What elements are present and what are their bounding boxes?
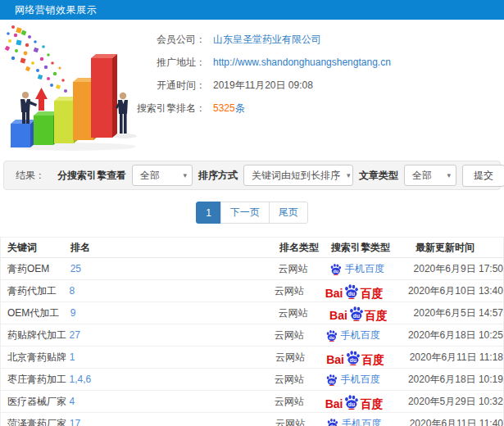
article-type-label: 文章类型 xyxy=(359,169,398,183)
header-rank-type: 排名类型 xyxy=(279,241,331,255)
rank-type-cell: 云网站 xyxy=(275,329,325,342)
engine-cell: du 百度 Bai du 百度 xyxy=(329,306,409,321)
result-label: 结果： xyxy=(16,169,45,183)
businessman-right xyxy=(116,93,128,134)
rank-link[interactable]: 9 xyxy=(70,307,279,319)
baidu-paw-icon: du xyxy=(326,418,338,426)
baidu-paw-icon: du xyxy=(345,350,361,365)
engine-select-value: 全部 xyxy=(140,169,160,183)
keyword-cell: 医疗器械厂家 xyxy=(1,395,70,409)
keyword-cell: 菏泽膏药厂家 xyxy=(1,417,70,426)
baidu-logo: Bai du 百度 xyxy=(325,283,384,299)
engine-cell: du 百度 Bai du 百度 xyxy=(325,394,403,410)
engine-type-label: 手机百度 xyxy=(341,329,380,342)
table-row: 膏药代加工 8 云网站 du 百度 Bai xyxy=(1,280,503,302)
title-bar: 网络营销效果展示 xyxy=(0,0,504,20)
baidu-bai-text: Bai xyxy=(329,310,347,321)
table-body: 膏药OEM 25 云网站 du 手机百度 Bai xyxy=(1,258,503,426)
keyword-cell: 膏药OEM xyxy=(1,262,70,276)
mobile-baidu-icon: du 手机百度 xyxy=(326,417,381,426)
update-time-cell: 2020年6月10日 13:40 xyxy=(403,284,503,298)
engine-select[interactable]: 全部 ▾ xyxy=(132,165,193,186)
filter-controls: 分搜索引擎查看 全部 ▾ 排序方式 关键词由短到长排序 ▾ 文章类型 全部 ▾ … xyxy=(57,165,500,187)
table-row: 药贴牌代加工 27 云网站 du 手机百度 Bai xyxy=(1,324,503,347)
svg-text:du: du xyxy=(353,312,360,318)
rank-link[interactable]: 4 xyxy=(70,396,275,407)
engine-type-label: 手机百度 xyxy=(342,417,381,426)
update-time-cell: 2020年6月5日 14:57 xyxy=(409,306,503,320)
update-time-cell: 2020年6月18日 10:25 xyxy=(403,329,503,342)
baidu-paw-icon: du xyxy=(348,306,364,321)
baidu-paw-icon: du xyxy=(329,263,342,275)
table-row: 膏药OEM 25 云网站 du 手机百度 Bai xyxy=(1,258,503,280)
page-1-button[interactable]: 1 xyxy=(196,202,221,224)
info-row-company: 会员公司： 山东皇圣堂药业有限公司 xyxy=(135,28,391,51)
rank-count-label: 搜索引擎排名： xyxy=(135,102,206,116)
rank-link[interactable]: 8 xyxy=(70,285,275,297)
baidu-cn-text: 百度 xyxy=(360,288,383,299)
rank-type-cell: 云网站 xyxy=(278,262,329,276)
engine-cell: du 手机百度 Bai du 百度 xyxy=(325,373,403,387)
next-page-button[interactable]: 下一页 xyxy=(220,202,270,224)
baidu-paw-icon: du xyxy=(343,394,359,410)
svg-text:du: du xyxy=(348,290,355,296)
engine-cell: du 手机百度 Bai du 百度 xyxy=(325,329,403,342)
last-page-button[interactable]: 尾页 xyxy=(269,202,308,224)
rank-type-cell: 云网站 xyxy=(275,373,325,387)
submit-button[interactable]: 提交 xyxy=(462,165,504,187)
engine-type-label: 手机百度 xyxy=(345,262,384,276)
rank-link[interactable]: 25 xyxy=(70,263,279,274)
company-link[interactable]: 山东皇圣堂药业有限公司 xyxy=(213,33,321,47)
svg-text:du: du xyxy=(329,378,334,383)
open-time-label: 开通时间： xyxy=(135,79,206,93)
header-update-time: 最新更新时间 xyxy=(411,241,503,255)
baidu-cn-text: 百度 xyxy=(361,354,384,365)
sort-filter-label: 排序方式 xyxy=(198,169,238,183)
svg-text:du: du xyxy=(329,334,334,339)
rank-type-cell: 云网站 xyxy=(275,417,326,426)
rank-count-unit: 条 xyxy=(235,102,245,114)
page-title: 网络营销效果展示 xyxy=(15,3,97,17)
baidu-paw-icon: du xyxy=(343,283,359,299)
header-engine-type: 搜索引擎类型 xyxy=(331,241,411,255)
keyword-cell: 北京膏药贴牌 xyxy=(1,351,70,365)
rank-link[interactable]: 17 xyxy=(70,418,275,426)
article-type-select[interactable]: 全部 ▾ xyxy=(404,165,456,186)
growth-chart-illustration xyxy=(0,23,154,156)
engine-filter-label: 分搜索引擎查看 xyxy=(57,169,126,183)
rank-link[interactable]: 1,4,6 xyxy=(70,374,275,385)
rank-count-value: 5325条 xyxy=(213,102,245,116)
rank-link[interactable]: 1 xyxy=(70,351,275,363)
update-time-cell: 2020年6月9日 17:50 xyxy=(409,262,503,276)
info-row-rank-count: 搜索引擎排名： 5325条 xyxy=(135,97,391,120)
table-row: 枣庄膏药加工 1,4,6 云网站 du 手机百度 Bai xyxy=(1,369,503,391)
svg-text:du: du xyxy=(350,356,356,362)
svg-text:du: du xyxy=(330,423,335,426)
engine-cell: du 百度 Bai du 百度 xyxy=(325,283,403,299)
mobile-baidu-icon: du 手机百度 xyxy=(329,262,384,276)
keyword-cell: 枣庄膏药加工 xyxy=(1,373,70,387)
chevron-down-icon: ▾ xyxy=(176,171,187,179)
table-row: OEM代加工 9 云网站 du 百度 Bai xyxy=(1,302,503,324)
table-row: 菏泽膏药厂家 17 云网站 du 手机百度 Bai xyxy=(1,413,503,426)
mobile-baidu-icon: du 手机百度 xyxy=(325,373,380,387)
article-type-select-value: 全部 xyxy=(412,169,432,183)
keyword-cell: 膏药代加工 xyxy=(1,284,70,298)
sort-select[interactable]: 关键词由短到长排序 ▾ xyxy=(243,165,353,186)
rank-type-cell: 云网站 xyxy=(275,284,325,298)
table-row: 医疗器械厂家 4 云网站 du 百度 Bai xyxy=(1,391,503,413)
filter-bar: 结果： 分搜索引擎查看 全部 ▾ 排序方式 关键词由短到长排序 ▾ 文章类型 全… xyxy=(3,161,501,190)
rank-count-number: 5325 xyxy=(213,102,235,114)
baidu-paw-icon: du xyxy=(325,329,338,342)
rank-link[interactable]: 27 xyxy=(70,329,275,341)
bar-red xyxy=(91,54,117,138)
keyword-cell: 药贴牌代加工 xyxy=(1,329,70,342)
info-row-open-time: 开通时间： 2019年11月20日 09:08 xyxy=(135,74,391,97)
page: 网络营销效果展示 xyxy=(0,0,504,426)
confetti-dots xyxy=(5,25,67,93)
update-time-cell: 2020年6月18日 10:19 xyxy=(403,373,503,387)
update-time-cell: 2020年5月29日 10:32 xyxy=(403,395,503,409)
promo-url-link[interactable]: http://www.shandonghuangshengtang.cn xyxy=(213,57,391,68)
rank-type-cell: 云网站 xyxy=(275,351,326,365)
baidu-paw-icon: du xyxy=(325,374,338,386)
